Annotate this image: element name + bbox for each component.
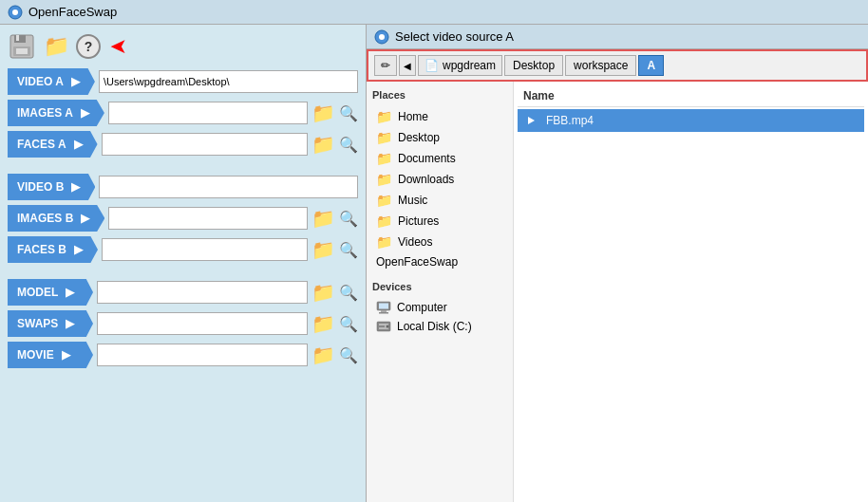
faces-a-input[interactable] [102,133,308,156]
place-music[interactable]: 📁 Music [372,190,507,211]
music-folder-icon: 📁 [376,193,392,208]
places-header: Places [372,89,507,101]
annotation-arrow: ➤ [110,34,127,59]
breadcrumb-a-label: A [647,59,655,72]
place-desktop[interactable]: 📁 Desktop [372,127,507,148]
svg-rect-10 [379,304,388,309]
place-documents[interactable]: 📁 Documents [372,148,507,169]
chevron-right-icon: ▶ [71,75,80,88]
downloads-folder-icon: 📁 [376,172,392,187]
open-folder-button[interactable]: 📁 [42,32,70,61]
folder-icon: 📁 [44,36,69,57]
device-computer[interactable]: Computer [372,298,507,317]
svg-point-8 [379,34,385,40]
svg-rect-16 [379,325,385,327]
svg-point-15 [387,325,389,328]
images-b-input[interactable] [108,207,308,230]
faces-a-folder-icon[interactable]: 📁 [311,133,335,156]
faces-b-search-icon[interactable]: 🔍 [339,241,358,259]
faces-b-row: FACES B ▶ 📁 🔍 [8,236,358,263]
images-b-button[interactable]: IMAGES B ▶ [8,205,104,232]
video-b-row: VIDEO B ▶ [8,174,358,200]
chevron-left-icon: ◀ [404,61,411,71]
chevron-right-icon: ▶ [62,348,70,362]
breadcrumb-item-workspace[interactable]: workspace [565,55,636,76]
save-button[interactable] [8,32,36,61]
movie-row: MOVIE ▶ 📁 🔍 [8,342,358,368]
place-pictures-label: Pictures [398,214,439,228]
images-b-search-icon[interactable]: 🔍 [339,210,358,228]
place-documents-label: Documents [398,152,456,165]
swaps-input[interactable] [97,312,308,335]
faces-a-row: FACES A ▶ 📁 🔍 [8,131,358,158]
video-b-input[interactable] [99,176,358,198]
breadcrumb-item-desktop[interactable]: Desktop [504,55,563,76]
video-a-row: VIDEO A ▶ [8,68,358,95]
images-b-folder-icon[interactable]: 📁 [311,207,335,230]
movie-button[interactable]: MOVIE ▶ [8,342,93,368]
images-a-folder-icon[interactable]: 📁 [311,102,335,124]
images-a-input[interactable] [108,102,308,124]
images-a-search-icon[interactable]: 🔍 [339,104,358,122]
videos-folder-icon: 📁 [376,234,392,250]
chevron-right-icon: ▶ [81,106,89,120]
devices-header: Devices [372,281,507,292]
save-icon [9,33,35,60]
chevron-right-icon: ▶ [66,317,74,330]
movie-search-icon[interactable]: 🔍 [339,346,358,364]
documents-folder-icon: 📁 [376,151,392,166]
svg-rect-6 [16,48,28,54]
chevron-right-icon: ▶ [81,212,89,225]
help-button[interactable]: ? [76,34,101,59]
faces-b-folder-icon[interactable]: 📁 [311,238,335,261]
breadcrumb-back-button[interactable]: ◀ [399,55,416,76]
device-local-disk[interactable]: Local Disk (C:) [372,317,507,336]
chevron-right-icon: ▶ [71,180,80,194]
app-icon [8,5,23,20]
swaps-row: SWAPS ▶ 📁 🔍 [8,310,358,337]
movie-folder-icon[interactable]: 📁 [311,344,335,366]
model-input[interactable] [97,281,308,304]
breadcrumb-wpgdream-label: wpgdream [443,59,496,72]
app-title: OpenFaceSwap [28,5,117,19]
place-home[interactable]: 📁 Home [372,106,507,127]
place-openfaceswap[interactable]: OpenFaceSwap [372,252,507,271]
file-name-fbb-mp4: FBB.mp4 [546,114,594,127]
breadcrumb-item-wpgdream[interactable]: 📄 wpgdream [418,55,502,76]
model-folder-icon[interactable]: 📁 [311,281,335,304]
swaps-button[interactable]: SWAPS ▶ [8,310,93,337]
model-search-icon[interactable]: 🔍 [339,284,358,302]
faces-b-input[interactable] [102,238,308,261]
breadcrumb-item-a[interactable]: A [638,55,664,76]
place-pictures[interactable]: 📁 Pictures [372,211,507,232]
faces-a-button[interactable]: FACES A ▶ [8,131,98,158]
breadcrumb-edit-button[interactable]: ✏ [374,55,397,76]
swaps-folder-icon[interactable]: 📁 [311,312,335,335]
files-panel: Name ➤ FBB.mp4 [514,82,868,502]
video-a-input[interactable] [99,70,358,93]
images-a-row: IMAGES A ▶ 📁 🔍 [8,100,358,126]
place-home-label: Home [398,110,428,123]
files-header: Name [518,85,864,107]
file-dialog: Select video source A ✏ ◀ 📄 wpgdream Des… [366,25,868,502]
faces-b-button[interactable]: FACES B ▶ [8,236,98,263]
chevron-right-icon: ▶ [74,243,83,256]
video-a-button[interactable]: VIDEO A ▶ [8,68,95,95]
files-container: ➤ FBB.mp4 [518,109,864,132]
file-browser: Places 📁 Home 📁 Desktop 📁 Documents 📁 Do… [367,82,868,502]
swaps-search-icon[interactable]: 🔍 [339,315,358,333]
help-icon: ? [85,39,93,54]
place-videos[interactable]: 📁 Videos [372,232,507,252]
model-button[interactable]: MODEL ▶ [8,279,93,306]
faces-a-search-icon[interactable]: 🔍 [339,136,358,154]
images-a-button[interactable]: IMAGES A ▶ [8,100,104,126]
svg-rect-3 [14,35,26,43]
device-computer-label: Computer [397,301,447,314]
movie-input[interactable] [97,344,308,366]
breadcrumb-desktop-label: Desktop [513,59,555,72]
video-b-button[interactable]: VIDEO B ▶ [8,174,95,200]
file-item-fbb-mp4[interactable]: FBB.mp4 [518,109,864,132]
svg-rect-4 [16,35,19,41]
place-downloads[interactable]: 📁 Downloads [372,169,507,190]
pencil-icon: ✏ [381,59,390,72]
